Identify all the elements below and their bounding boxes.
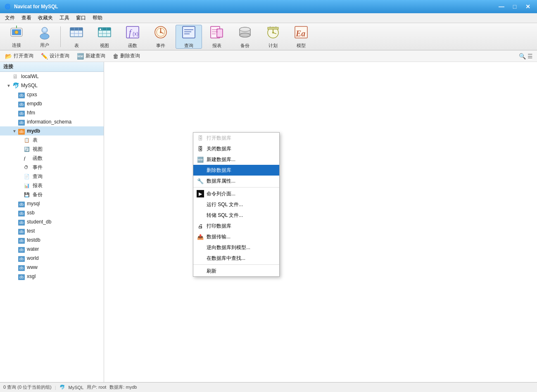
table-label: 表 <box>74 43 79 49</box>
test-icon: db <box>18 228 26 235</box>
ctx-save-sql[interactable]: 转储 SQL 文件... <box>193 210 279 221</box>
ctx-db-props[interactable]: 🔧 数据库属性... <box>193 176 279 186</box>
open-query-icon: 📂 <box>5 53 12 59</box>
ctx-find-icon <box>197 254 204 262</box>
sidebar-item-testdb[interactable]: db testdb <box>0 235 104 245</box>
maximize-button[interactable]: □ <box>509 2 520 11</box>
ctx-refresh[interactable]: 刷新 <box>193 266 279 276</box>
sidebar-item-mysql[interactable]: db mysql <box>0 199 104 208</box>
sidebar-item-mydb-view[interactable]: 🔄 视图 <box>0 145 104 154</box>
ctx-print-db[interactable]: 🖨 打印数据库 <box>193 221 279 231</box>
toolbar-model[interactable]: Ea 模型 <box>288 25 314 49</box>
ctx-print-label: 打印数据库 <box>207 223 276 230</box>
sidebar-item-world[interactable]: db world <box>0 254 104 263</box>
sidebar-item-mydb-query[interactable]: 📄 查询 <box>0 172 104 181</box>
ctx-cmd-line[interactable]: ▶ 命令列介面... <box>193 188 279 199</box>
ctx-find-in-db[interactable]: 在数据库中查找... <box>193 253 279 264</box>
information_schema-label: information_schema <box>27 119 71 125</box>
close-button[interactable]: ✕ <box>522 2 534 11</box>
design-query-icon: ✏️ <box>41 53 48 59</box>
sidebar-item-mydb-event[interactable]: ⏱ 事件 <box>0 163 104 172</box>
status-user: 用户: root <box>87 384 106 390</box>
toolbar-table[interactable]: 表 <box>63 25 90 49</box>
ctx-reverse-model[interactable]: 逆向数据库到模型... <box>193 242 279 253</box>
MySQL-icon: 🐬 <box>12 82 20 89</box>
sidebar-item-ssb[interactable]: db ssb <box>0 208 104 217</box>
schedule-icon <box>266 25 280 42</box>
sidebar-item-information_schema[interactable]: db information_schema <box>0 117 104 126</box>
ctx-open-db[interactable]: 🗄 打开数据库 <box>193 133 279 143</box>
status-mysql-icon: 🐬 <box>59 385 65 390</box>
ctx-delete-db[interactable]: 删除数据库 <box>193 165 279 176</box>
sidebar-item-mydb[interactable]: ▼ db mydb <box>0 126 104 135</box>
sidebar-item-mydb-table[interactable]: 📋 表 <box>0 135 104 145</box>
filter-icon[interactable]: ☰ <box>527 53 533 59</box>
sidebar-item-MySQL[interactable]: ▼ 🐬 MySQL <box>0 81 104 90</box>
main-area: 连接 🖥 localWL ▼ 🐬 MySQL db cpxs db empdb … <box>0 62 537 382</box>
ctx-cmd-label: 命令列介面... <box>207 190 276 197</box>
menu-help[interactable]: 帮助 <box>89 13 106 23</box>
hfm-icon: db <box>18 109 26 116</box>
water-icon: db <box>18 246 26 253</box>
new-query-icon: 🆕 <box>77 53 84 59</box>
user-label: 用户 <box>40 42 49 48</box>
sidebar-item-test[interactable]: db test <box>0 226 104 235</box>
sidebar-item-empdb[interactable]: db empdb <box>0 99 104 108</box>
www-icon: db <box>18 264 26 271</box>
schedule-label: 计划 <box>268 43 278 49</box>
sidebar-item-hfm[interactable]: db hfm <box>0 108 104 117</box>
open-query-button[interactable]: 📂 打开查询 <box>2 52 37 61</box>
toolbar-func[interactable]: f (x) 函数 <box>119 25 146 49</box>
sidebar-item-www[interactable]: db www <box>0 263 104 272</box>
sidebar-item-cpxs[interactable]: db cpxs <box>0 90 104 99</box>
ctx-data-transfer[interactable]: 📤 数据传输... <box>193 231 279 242</box>
menu-view[interactable]: 查看 <box>18 13 35 23</box>
toolbar-view[interactable]: 视图 <box>91 25 118 49</box>
toolbar-report[interactable]: 报表 <box>204 25 230 49</box>
sidebar: 连接 🖥 localWL ▼ 🐬 MySQL db cpxs db empdb … <box>0 62 104 382</box>
toolbar-connect[interactable]: 连接 <box>3 25 30 49</box>
status-sep1: | <box>55 385 56 390</box>
sidebar-item-student_db[interactable]: db student_db <box>0 217 104 226</box>
sidebar-item-xsgl[interactable]: db xsgl <box>0 272 104 281</box>
sidebar-item-localWL[interactable]: 🖥 localWL <box>0 72 104 81</box>
student_db-icon: db <box>18 219 26 226</box>
toolbar-query[interactable]: 查询 <box>176 25 202 49</box>
menu-window[interactable]: 窗口 <box>73 13 89 23</box>
ctx-new-db[interactable]: 🆕 新建数据库... <box>193 154 279 165</box>
model-icon: Ea <box>294 25 309 42</box>
table-icon <box>69 25 84 42</box>
menu-file[interactable]: 文件 <box>2 13 18 23</box>
minimize-button[interactable]: — <box>496 2 507 11</box>
event-label: 事件 <box>156 43 165 49</box>
sidebar-item-mydb-report[interactable]: 📊 报表 <box>0 181 104 190</box>
mydb-event-icon: ⏱ <box>24 165 31 170</box>
ctx-new-db-label: 新建数据库... <box>207 156 276 163</box>
toolbar-event[interactable]: 事件 <box>147 25 174 49</box>
user-icon <box>37 25 52 41</box>
ctx-refresh-icon <box>197 267 204 275</box>
toolbar-schedule[interactable]: 计划 <box>260 25 286 49</box>
ctx-run-sql[interactable]: 运行 SQL 文件... <box>193 199 279 210</box>
titlebar: 🌀 Navicat for MySQL — □ ✕ <box>0 0 537 13</box>
sidebar-item-mydb-func[interactable]: f 函数 <box>0 154 104 163</box>
ctx-sep1 <box>193 187 279 188</box>
report-label: 报表 <box>212 43 221 49</box>
design-query-button[interactable]: ✏️ 设计查询 <box>38 52 73 61</box>
sidebar-item-water[interactable]: db water <box>0 245 104 254</box>
www-label: www <box>27 264 38 270</box>
backup-icon <box>238 25 252 42</box>
delete-query-button[interactable]: 🗑 删除查询 <box>109 52 143 61</box>
toolbar-backup[interactable]: 备份 <box>232 25 258 49</box>
new-query-label: 新建查询 <box>86 52 105 59</box>
ctx-close-db[interactable]: 🗄 关闭数据库 <box>193 143 279 154</box>
menu-favorites[interactable]: 收藏夹 <box>35 13 56 23</box>
mydb-label: mydb <box>27 128 40 134</box>
toolbar-user[interactable]: 用户 <box>31 25 58 49</box>
menu-tools[interactable]: 工具 <box>56 13 73 23</box>
new-query-button[interactable]: 🆕 新建查询 <box>74 52 109 61</box>
sidebar-item-mydb-backup[interactable]: 💾 备份 <box>0 190 104 199</box>
ctx-cmd-icon: ▶ <box>197 190 204 197</box>
arrow-mydb: ▼ <box>12 129 18 133</box>
mydb-query-label: 查询 <box>33 173 43 180</box>
